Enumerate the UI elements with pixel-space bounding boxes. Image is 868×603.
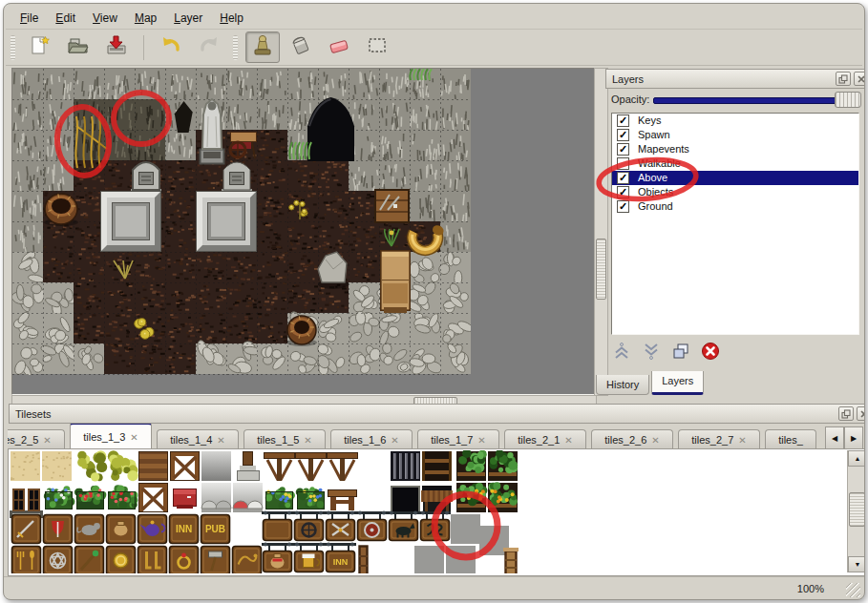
tileset-tab-tiles_2_5[interactable]: tiles_2_5✕ <box>8 429 65 449</box>
new-button[interactable] <box>23 31 57 63</box>
layer-checkbox-walkable[interactable] <box>617 157 629 170</box>
layer-row-objects[interactable]: ✓Objects <box>612 185 858 199</box>
tilesets-close-button[interactable] <box>857 406 865 421</box>
resize-grip[interactable] <box>846 583 860 597</box>
tileset-tab-label: tiles_1_7 <box>431 431 473 449</box>
tileset-tab-scroll: ◀ ▶ <box>825 426 863 449</box>
scroll-left-icon[interactable]: ◀ <box>825 426 844 449</box>
tab-close-icon[interactable]: ✕ <box>738 431 746 449</box>
tileset-tab-tiles_1_7[interactable]: tiles_1_7✕ <box>417 429 499 449</box>
tileset-tab-tiles-partial[interactable]: tiles_ <box>765 429 816 449</box>
layer-checkbox-above[interactable]: ✓ <box>617 172 629 184</box>
select-button[interactable] <box>360 31 394 63</box>
tileset-tab-tiles_1_6[interactable]: tiles_1_6✕ <box>330 429 413 449</box>
tileset-tab-tiles_1_4[interactable]: tiles_1_4✕ <box>157 429 239 449</box>
layer-checkbox-keys[interactable]: ✓ <box>617 114 629 127</box>
menu-item-edit[interactable]: Edit <box>47 9 84 28</box>
tilesets-panel-title: Tilesets <box>15 408 52 420</box>
tab-close-icon[interactable]: ✕ <box>564 431 572 449</box>
tileset-tabs: tiles_2_5✕tiles_1_3✕tiles_1_4✕tiles_1_5✕… <box>8 424 824 449</box>
tileset-tab-tiles_2_6[interactable]: tiles_2_6✕ <box>591 429 673 449</box>
tileset-tab-label: tiles_1_4 <box>170 431 212 449</box>
menu-item-map[interactable]: Map <box>126 9 165 28</box>
stamp-tool-icon <box>250 33 275 62</box>
layer-list: ✓Keys✓Spawn✓MapeventsWalkable✓Above✓Obje… <box>611 113 859 335</box>
menu-item-help[interactable]: Help <box>211 9 252 28</box>
map-vscroll-thumb[interactable] <box>596 239 606 300</box>
dock-tab-layers[interactable]: Layers <box>651 371 704 395</box>
menu-item-layer[interactable]: Layer <box>165 9 211 28</box>
tileset-tab-tiles_1_5[interactable]: tiles_1_5✕ <box>243 429 326 449</box>
layer-row-spawn[interactable]: ✓Spawn <box>612 128 858 142</box>
layer-label: Keys <box>638 114 661 128</box>
screenshot-stage: FileEditViewMapLayerHelp Layers Opacity:… <box>0 0 868 603</box>
eraser-button[interactable] <box>322 31 356 63</box>
scroll-down-icon[interactable]: ▼ <box>848 556 865 572</box>
stamp-button[interactable] <box>245 31 280 63</box>
toolbar-gripper[interactable] <box>11 35 15 60</box>
tileset-tab-label: tiles_2_5 <box>8 431 38 449</box>
layer-row-walkable[interactable]: Walkable <box>612 156 858 171</box>
tab-close-icon[interactable]: ✕ <box>43 431 51 449</box>
tileset-tab-tiles_1_3[interactable]: tiles_1_3✕ <box>70 424 152 449</box>
tab-close-icon[interactable]: ✕ <box>477 431 485 449</box>
map-canvas[interactable] <box>11 68 595 395</box>
opacity-slider-handle[interactable] <box>835 92 861 108</box>
layer-checkbox-ground[interactable]: ✓ <box>617 200 629 213</box>
tilesets-float-button[interactable] <box>838 406 854 421</box>
chevron-down-icon <box>641 341 662 365</box>
layer-row-keys[interactable]: ✓Keys <box>612 114 858 128</box>
layers-dock-tabs: HistoryLayers <box>596 372 706 395</box>
layers-panel-title: Layers <box>612 73 644 85</box>
opacity-slider[interactable] <box>653 97 861 104</box>
float-icon <box>840 408 852 420</box>
toolbar <box>6 30 862 66</box>
layers-float-button[interactable] <box>836 72 851 86</box>
layer-label: Above <box>638 171 667 185</box>
layer-checkbox-objects[interactable]: ✓ <box>617 186 629 198</box>
delete-icon <box>700 341 721 365</box>
layer-label: Spawn <box>638 128 670 142</box>
tab-close-icon[interactable]: ✕ <box>304 431 311 449</box>
tileset-vertical-scrollbar[interactable]: ▲ ▼ <box>847 450 865 572</box>
layer-row-ground[interactable]: ✓Ground <box>612 199 858 214</box>
open-button[interactable] <box>61 31 95 63</box>
scroll-right-icon[interactable]: ▶ <box>844 426 863 449</box>
undo-button[interactable] <box>154 31 188 63</box>
tab-close-icon[interactable]: ✕ <box>391 431 398 449</box>
layer-action-buttons <box>609 339 862 367</box>
tileset-tab-label: tiles_ <box>778 431 803 449</box>
layers-close-button[interactable] <box>854 72 865 86</box>
layer-raise-button[interactable] <box>609 341 634 365</box>
save-button[interactable] <box>99 31 134 63</box>
tileset-scroll-thumb[interactable] <box>849 492 865 527</box>
dock-tab-history[interactable]: History <box>596 375 649 395</box>
tab-close-icon[interactable]: ✕ <box>130 428 138 447</box>
layers-panel-titlebar: Layers <box>605 69 865 89</box>
open-folder-icon <box>66 33 91 62</box>
layer-duplicate-button[interactable] <box>668 341 693 365</box>
close-icon <box>858 408 865 420</box>
menu-item-view[interactable]: View <box>84 9 126 28</box>
layer-lower-button[interactable] <box>639 341 664 365</box>
layer-checkbox-mapevents[interactable]: ✓ <box>617 143 629 156</box>
redo-button[interactable] <box>192 31 226 63</box>
tileset-tab-tiles_2_1[interactable]: tiles_2_1✕ <box>504 429 586 449</box>
toolbar-gripper[interactable] <box>233 35 238 60</box>
tileset-tab-tiles_2_7[interactable]: tiles_2_7✕ <box>678 429 760 449</box>
fill-button[interactable] <box>284 31 318 63</box>
layer-delete-button[interactable] <box>698 341 723 365</box>
layer-row-above[interactable]: ✓Above <box>612 171 858 185</box>
tileset-view: ▲ ▼ <box>8 448 865 576</box>
layer-row-mapevents[interactable]: ✓Mapevents <box>612 142 858 156</box>
tileset-canvas[interactable] <box>10 450 846 573</box>
tileset-tab-label: tiles_1_6 <box>344 431 386 449</box>
tab-close-icon[interactable]: ✕ <box>217 431 224 449</box>
menu-item-file[interactable]: File <box>11 9 47 28</box>
tab-close-icon[interactable]: ✕ <box>651 431 659 449</box>
paint-bucket-icon <box>288 33 313 62</box>
undo-icon <box>159 33 183 62</box>
scroll-up-icon[interactable]: ▲ <box>848 450 865 467</box>
map-vertical-scrollbar[interactable] <box>594 68 608 396</box>
layer-checkbox-spawn[interactable]: ✓ <box>617 129 629 141</box>
